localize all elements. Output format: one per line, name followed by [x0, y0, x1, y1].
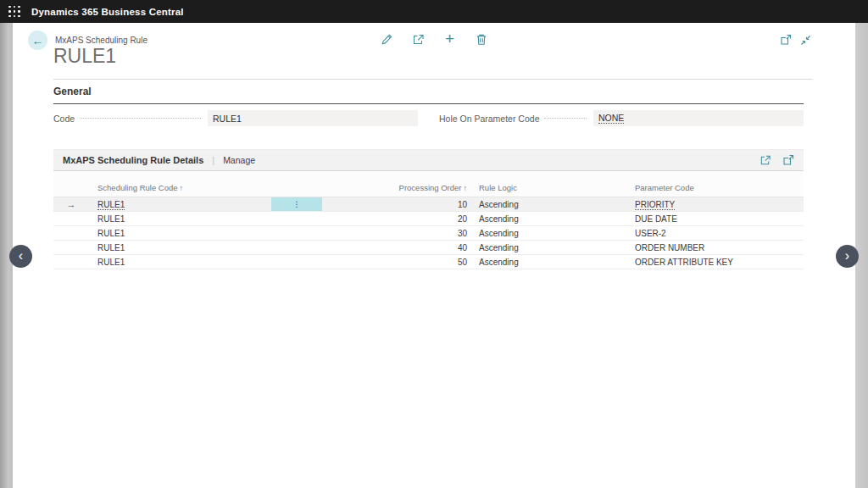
cell-processing-order[interactable]: 30: [322, 229, 470, 238]
row-arrow-icon: →: [67, 199, 76, 209]
trash-icon: [476, 33, 487, 46]
share-button[interactable]: [412, 32, 426, 46]
details-card-actions: [760, 154, 794, 166]
column-label: Rule Logic: [479, 183, 517, 192]
details-card-title: MxAPS Scheduling Rule Details: [63, 155, 203, 165]
cell-spacer: [271, 241, 322, 254]
cell-spacer: ⋮: [271, 197, 322, 211]
next-record-button[interactable]: ›: [836, 245, 859, 268]
delete-button[interactable]: [475, 32, 488, 46]
column-header-parameter-code[interactable]: Parameter Code: [632, 183, 804, 192]
column-header-scheduling-rule-code[interactable]: Scheduling Rule Code↑: [89, 183, 271, 192]
table-row[interactable]: RULE1 40 Ascending ORDER NUMBER: [53, 241, 804, 255]
edit-button[interactable]: [381, 32, 394, 46]
open-in-new-window-icon: [780, 34, 792, 46]
cell-parameter-code[interactable]: ORDER ATTRIBUTE KEY: [632, 258, 804, 267]
cell-parameter-code[interactable]: ORDER NUMBER: [632, 243, 804, 252]
hole-on-parameter-code-label: Hole On Parameter Code: [439, 114, 539, 124]
active-row-indicator: →: [53, 199, 89, 209]
cell-parameter-code[interactable]: DUE DATE: [632, 214, 804, 224]
menu-separator: |: [212, 155, 214, 165]
selected-cell[interactable]: ⋮: [271, 197, 322, 211]
chevron-right-icon: ›: [845, 248, 849, 263]
table-header-row: Scheduling Rule Code↑ Processing Order↑ …: [53, 171, 804, 197]
code-field-label: Code: [53, 114, 75, 124]
page-panel: ← MxAPS Scheduling Rule +: [13, 23, 855, 488]
table-row[interactable]: RULE1 20 Ascending DUE DATE: [53, 212, 804, 226]
cell-processing-order[interactable]: 50: [322, 258, 470, 267]
column-label: Processing Order: [399, 183, 462, 192]
ellipsis-icon: ⋮: [293, 200, 301, 208]
app-launcher-waffle-icon[interactable]: [8, 6, 20, 18]
popout-button[interactable]: [780, 34, 792, 46]
cell-spacer: [271, 212, 322, 225]
window-actions: [780, 34, 811, 46]
open-in-new-window-icon: [782, 154, 794, 166]
pencil-icon: [381, 33, 393, 46]
cell-rule-logic[interactable]: Ascending: [470, 200, 632, 209]
cell-rule-logic[interactable]: Ascending: [470, 229, 632, 238]
table-row[interactable]: RULE1 30 Ascending USER-2: [53, 226, 804, 241]
cell-processing-order[interactable]: 40: [322, 243, 470, 252]
cell-spacer: [271, 255, 322, 269]
page-toolbar: +: [13, 32, 855, 46]
chevron-left-icon: ‹: [19, 248, 23, 263]
dotted-leader: [80, 118, 201, 119]
hole-on-parameter-code-field[interactable]: NONE: [593, 110, 804, 126]
hole-on-parameter-code-field-group: Hole On Parameter Code NONE: [439, 110, 804, 126]
plus-icon: +: [445, 33, 454, 45]
column-label: Scheduling Rule Code: [97, 183, 178, 192]
cell-scheduling-rule-code[interactable]: RULE1: [89, 229, 271, 238]
app-top-bar: Dynamics 365 Business Central: [0, 0, 868, 23]
details-popout-button[interactable]: [782, 154, 794, 166]
column-label: Parameter Code: [635, 183, 694, 192]
cell-parameter-code[interactable]: USER-2: [632, 229, 804, 238]
share-icon: [412, 33, 425, 46]
cell-spacer: [271, 226, 322, 240]
app-title[interactable]: Dynamics 365 Business Central: [31, 7, 184, 17]
previous-record-button[interactable]: ‹: [9, 245, 32, 268]
cell-rule-logic[interactable]: Ascending: [470, 214, 632, 224]
new-button[interactable]: +: [443, 32, 457, 46]
page-title: RULE1: [53, 45, 116, 68]
code-field-group: Code RULE1: [53, 110, 418, 126]
scheduling-rule-details-card: MxAPS Scheduling Rule Details | Manage: [53, 149, 804, 269]
details-share-button[interactable]: [760, 154, 771, 166]
cell-rule-logic[interactable]: Ascending: [470, 243, 632, 252]
table-row[interactable]: RULE1 50 Ascending ORDER ATTRIBUTE KEY: [53, 255, 804, 269]
cell-scheduling-rule-code[interactable]: RULE1: [89, 243, 271, 252]
sort-ascending-icon: ↑: [464, 184, 468, 192]
cell-scheduling-rule-code[interactable]: RULE1: [89, 200, 271, 209]
collapse-diagonal-icon: [800, 35, 811, 46]
cell-processing-order[interactable]: 10: [322, 200, 470, 209]
cell-rule-logic[interactable]: Ascending: [470, 258, 632, 267]
details-card-header: MxAPS Scheduling Rule Details | Manage: [53, 150, 804, 171]
cell-scheduling-rule-code[interactable]: RULE1: [89, 214, 271, 224]
share-icon: [760, 154, 771, 166]
code-field-value: RULE1: [213, 114, 242, 124]
general-fields: Code RULE1 Hole On Parameter Code NONE: [53, 110, 804, 126]
hole-on-parameter-code-value[interactable]: NONE: [598, 113, 624, 124]
table-row[interactable]: → RULE1 ⋮ 10 Ascending PRIORITY: [53, 197, 804, 212]
spacer-column-header: [271, 171, 322, 192]
cell-parameter-code[interactable]: PRIORITY: [632, 200, 804, 209]
dotted-leader: [544, 118, 587, 119]
general-section-heading[interactable]: General: [53, 86, 804, 104]
manage-menu[interactable]: Manage: [223, 155, 255, 165]
title-divider: [53, 79, 812, 80]
sort-ascending-icon: ↑: [180, 184, 184, 192]
column-header-processing-order[interactable]: Processing Order↑: [322, 183, 470, 192]
column-header-rule-logic[interactable]: Rule Logic: [470, 183, 632, 192]
cell-scheduling-rule-code[interactable]: RULE1: [89, 258, 271, 267]
code-field[interactable]: RULE1: [208, 110, 418, 126]
cell-processing-order[interactable]: 20: [322, 214, 470, 224]
collapse-button[interactable]: [799, 34, 811, 46]
